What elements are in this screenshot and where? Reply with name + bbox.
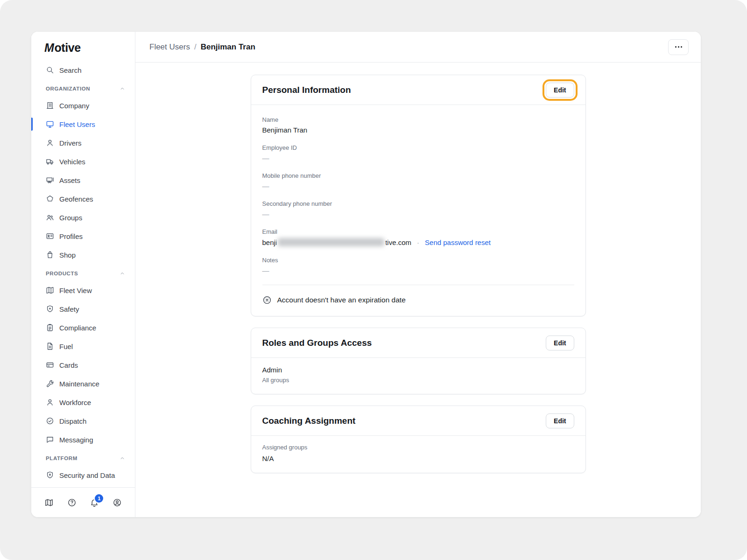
person-icon	[46, 139, 54, 147]
email-field: Email benji tive.com · Send password res…	[262, 228, 574, 246]
breadcrumb-separator: /	[194, 42, 197, 52]
app-window: Motive Search ORGANIZATION Company Fleet…	[31, 32, 701, 517]
main-area: Fleet Users / Benjiman Tran Personal Inf…	[135, 32, 701, 517]
page-header: Fleet Users / Benjiman Tran	[135, 32, 701, 63]
motive-logo: Motive	[31, 32, 135, 61]
sidebar-section-platform[interactable]: PLATFORM	[31, 451, 135, 466]
roles-groups-card: Roles and Groups Access Edit Admin All g…	[251, 328, 586, 394]
credit-card-icon	[46, 361, 54, 369]
email-redaction-blur	[278, 238, 384, 246]
fuel-receipt-icon	[46, 342, 54, 350]
employee-id-value: —	[262, 154, 574, 162]
send-password-reset-link[interactable]: Send password reset	[425, 238, 491, 246]
bell-icon[interactable]: 1	[90, 498, 99, 507]
clipboard-icon	[46, 323, 54, 332]
card-divider	[262, 285, 574, 285]
secondary-phone-label: Secondary phone number	[262, 200, 574, 207]
desktop-background: Motive Search ORGANIZATION Company Fleet…	[0, 0, 747, 560]
sidebar-item-maintenance[interactable]: Maintenance	[31, 374, 135, 393]
email-value-prefix: benji	[262, 238, 277, 246]
geofence-icon	[46, 195, 54, 203]
mobile-phone-value: —	[262, 182, 574, 190]
breadcrumb: Fleet Users / Benjiman Tran	[149, 42, 255, 52]
chevron-up-icon	[119, 455, 126, 462]
sidebar-item-messaging[interactable]: Messaging	[31, 430, 135, 449]
person-icon	[46, 398, 54, 406]
circle-x-icon	[262, 295, 272, 305]
sidebar-item-cards[interactable]: Cards	[31, 356, 135, 374]
sidebar-item-geofences[interactable]: Geofences	[31, 189, 135, 208]
people-icon	[46, 213, 54, 222]
sidebar-item-groups[interactable]: Groups	[31, 208, 135, 227]
edit-coaching-assignment-button[interactable]: Edit	[546, 413, 574, 428]
notes-field: Notes —	[262, 257, 574, 274]
sidebar-item-search[interactable]: Search	[31, 61, 135, 79]
trailer-icon	[46, 176, 54, 184]
sidebar: Motive Search ORGANIZATION Company Fleet…	[31, 32, 135, 517]
sidebar-item-drivers[interactable]: Drivers	[31, 133, 135, 152]
role-value: Admin	[262, 366, 574, 374]
id-card-icon	[46, 232, 54, 240]
roles-groups-title: Roles and Groups Access	[262, 338, 372, 348]
expiration-note-text: Account doesn't have an expiration date	[277, 296, 406, 304]
map-icon	[46, 286, 54, 294]
shield-icon	[46, 305, 54, 313]
sidebar-item-compliance[interactable]: Compliance	[31, 318, 135, 337]
building-icon	[46, 101, 54, 110]
mobile-phone-field: Mobile phone number —	[262, 172, 574, 190]
sidebar-item-vehicles[interactable]: Vehicles	[31, 152, 135, 171]
notification-badge: 1	[95, 494, 103, 503]
sidebar-item-profiles[interactable]: Profiles	[31, 227, 135, 245]
secondary-phone-field: Secondary phone number —	[262, 200, 574, 218]
sidebar-item-company[interactable]: Company	[31, 96, 135, 115]
breadcrumb-current-user: Benjiman Tran	[201, 42, 255, 52]
expiration-note-row: Account doesn't have an expiration date	[262, 295, 574, 305]
sidebar-item-fuel[interactable]: Fuel	[31, 337, 135, 356]
monitor-icon	[46, 120, 54, 128]
wrench-icon	[46, 379, 54, 388]
dispatch-check-icon	[46, 417, 54, 425]
sidebar-footer: 1	[31, 487, 135, 517]
account-icon[interactable]	[113, 498, 122, 507]
sidebar-item-fleet-users[interactable]: Fleet Users	[31, 115, 135, 133]
content-scroll-area[interactable]: Personal Information Edit Name Benjiman …	[135, 63, 701, 517]
mobile-phone-label: Mobile phone number	[262, 172, 574, 179]
truck-icon	[46, 157, 54, 166]
sidebar-item-dispatch[interactable]: Dispatch	[31, 412, 135, 430]
shopping-bag-icon	[46, 251, 54, 259]
edit-personal-information-button[interactable]: Edit	[546, 83, 574, 98]
sidebar-item-fleet-view[interactable]: Fleet View	[31, 281, 135, 300]
chat-icon	[46, 435, 54, 444]
shield-lock-icon	[46, 471, 54, 479]
notes-value: —	[262, 266, 574, 274]
chevron-up-icon	[119, 85, 126, 92]
personal-information-title: Personal Information	[262, 85, 351, 95]
more-options-button[interactable]	[668, 39, 689, 55]
sidebar-section-products[interactable]: PRODUCTS	[31, 266, 135, 281]
name-field: Name Benjiman Tran	[262, 116, 574, 134]
secondary-phone-value: —	[262, 210, 574, 218]
assigned-groups-value: N/A	[262, 455, 574, 462]
employee-id-label: Employee ID	[262, 144, 574, 151]
sidebar-item-safety[interactable]: Safety	[31, 300, 135, 318]
sidebar-section-organization[interactable]: ORGANIZATION	[31, 81, 135, 96]
sidebar-item-security-and-data[interactable]: Security and Data	[31, 466, 135, 484]
employee-id-field: Employee ID —	[262, 144, 574, 162]
sidebar-item-workforce[interactable]: Workforce	[31, 393, 135, 412]
map-pin-icon[interactable]	[44, 498, 54, 507]
sidebar-item-shop[interactable]: Shop	[31, 245, 135, 264]
notes-label: Notes	[262, 257, 574, 264]
sidebar-item-assets[interactable]: Assets	[31, 171, 135, 189]
chevron-up-icon	[119, 270, 126, 277]
help-icon[interactable]	[67, 498, 77, 507]
coaching-assignment-card: Coaching Assignment Edit Assigned groups…	[251, 406, 586, 473]
search-icon	[46, 66, 54, 74]
assigned-groups-label: Assigned groups	[262, 444, 574, 451]
ellipsis-icon	[675, 46, 677, 48]
name-label: Name	[262, 116, 574, 123]
email-value-row: benji tive.com · Send password reset	[262, 238, 574, 246]
edit-roles-groups-button[interactable]: Edit	[546, 336, 574, 350]
email-link-separator: ·	[417, 238, 419, 246]
breadcrumb-fleet-users[interactable]: Fleet Users	[149, 42, 190, 52]
personal-information-card: Personal Information Edit Name Benjiman …	[251, 75, 586, 316]
